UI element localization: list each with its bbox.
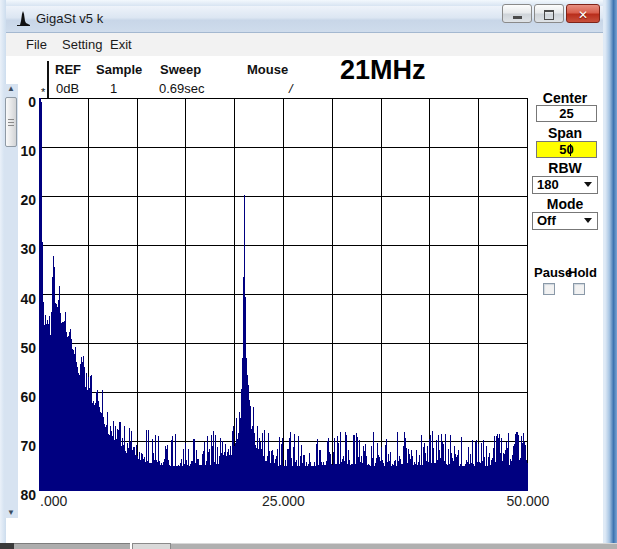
background-window-edge — [132, 543, 171, 549]
center-input[interactable]: 25 — [536, 105, 597, 122]
maximize-button[interactable] — [534, 4, 564, 23]
frequency-title: 21MHz — [340, 55, 426, 86]
spectrum-peak-icon — [15, 10, 32, 27]
center-label: Center — [530, 90, 600, 106]
x-tick-label: 25.000 — [262, 494, 305, 509]
window-title: GigaSt v5 k — [36, 11, 103, 26]
background-window-edge — [0, 543, 14, 549]
mode-dropdown[interactable]: Off — [532, 212, 598, 230]
menu-item-file[interactable]: File — [22, 36, 51, 53]
spectrum-canvas[interactable] — [39, 98, 528, 491]
chevron-down-icon — [584, 182, 592, 187]
ref-value: 0dB — [56, 81, 79, 96]
ref-marker: * — [41, 86, 45, 98]
maximize-icon — [544, 10, 554, 20]
mode-label: Mode — [530, 196, 600, 212]
thumb-grip — [8, 119, 14, 120]
x-tick-label: 50.000 — [507, 494, 550, 509]
vertical-scrollbar[interactable]: ▲ ▼ — [4, 84, 18, 518]
scroll-up-icon[interactable]: ▲ — [4, 84, 18, 94]
thumb-grip — [8, 125, 14, 126]
sweep-value: 0.69sec — [159, 81, 205, 96]
scroll-down-icon[interactable]: ▼ — [4, 508, 18, 518]
menu-item-exit[interactable]: Exit — [106, 36, 136, 53]
app-window: GigaSt v5 k ✕ File Setting Exit * REF Sa… — [0, 0, 617, 549]
sample-value: 1 — [110, 81, 117, 96]
header-divider — [47, 61, 49, 98]
minimize-icon — [513, 16, 522, 19]
pause-checkbox[interactable] — [543, 283, 555, 295]
center-value: 25 — [559, 106, 573, 121]
window-border-right[interactable] — [603, 0, 617, 543]
sweep-label: Sweep — [160, 62, 201, 77]
pause-label: Pause — [534, 265, 572, 280]
close-icon: ✕ — [578, 8, 588, 22]
ref-label: REF — [55, 62, 81, 77]
sample-label: Sample — [96, 62, 142, 77]
rbw-label: RBW — [530, 160, 600, 176]
scrollbar-thumb[interactable] — [5, 97, 17, 147]
mouse-value: / — [289, 81, 293, 96]
rbw-value: 180 — [537, 177, 559, 192]
close-button[interactable]: ✕ — [566, 4, 600, 23]
menu-bar: File Setting Exit — [6, 33, 603, 56]
minimize-button[interactable] — [502, 4, 532, 23]
x-tick-label: .000 — [40, 494, 67, 509]
hold-label: Hold — [568, 265, 597, 280]
menu-item-setting[interactable]: Setting — [58, 36, 106, 53]
span-value: 50 — [559, 142, 573, 157]
background-window-edge — [171, 543, 617, 549]
span-input[interactable]: 50 — [536, 141, 597, 158]
background-window-edge — [14, 543, 130, 549]
chevron-down-icon — [584, 218, 592, 223]
rbw-dropdown[interactable]: 180 — [532, 176, 598, 194]
mouse-label: Mouse — [247, 62, 288, 77]
mode-value: Off — [537, 213, 556, 228]
hold-checkbox[interactable] — [573, 283, 585, 295]
thumb-grip — [8, 122, 14, 123]
span-label: Span — [530, 125, 600, 141]
text-caret — [570, 144, 571, 156]
